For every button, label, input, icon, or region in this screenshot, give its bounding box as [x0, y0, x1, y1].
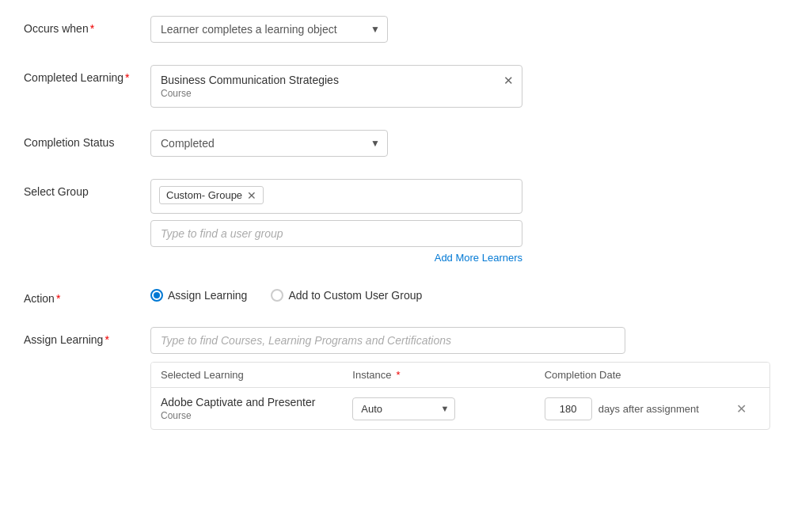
days-after-label: days after assignment [598, 403, 699, 415]
learning-item-name: Adobe Captivate and Presenter [161, 396, 352, 408]
action-label: Action* [24, 286, 150, 305]
completed-learning-box: Business Communication Strategies Course… [150, 65, 522, 108]
learning-item-info: Adobe Captivate and Presenter Course [161, 396, 352, 421]
completion-status-control: Completed ▼ [150, 130, 770, 157]
action-radio-group: Assign Learning Add to Custom User Group [150, 286, 770, 302]
group-tag-box: Custom- Groupe ✕ [150, 179, 522, 214]
group-tag: Custom- Groupe ✕ [159, 186, 264, 204]
group-tag-remove-icon[interactable]: ✕ [247, 190, 256, 201]
header-action-col [736, 369, 760, 381]
instance-col: Auto Default ▼ [352, 397, 544, 420]
learning-table: Selected Learning Instance* Completion D… [150, 362, 770, 430]
action-control: Assign Learning Add to Custom User Group [150, 286, 770, 302]
select-group-row: Select Group Custom- Groupe ✕ Add More L… [24, 179, 770, 264]
learning-table-header: Selected Learning Instance* Completion D… [151, 363, 769, 388]
select-group-control: Custom- Groupe ✕ Add More Learners [150, 179, 770, 264]
days-input[interactable] [545, 397, 592, 420]
assign-learning-row: Assign Learning* Selected Learning Insta… [24, 327, 770, 430]
action-add-custom-group-radio[interactable] [271, 289, 283, 302]
completed-learning-type: Course [161, 88, 498, 99]
completed-learning-label: Completed Learning* [24, 65, 150, 84]
header-selected-learning: Selected Learning [161, 369, 352, 381]
instance-select[interactable]: Auto Default [352, 397, 455, 420]
add-more-learners-link[interactable]: Add More Learners [150, 252, 522, 264]
learning-item-type: Course [161, 410, 352, 421]
completed-learning-remove-icon[interactable]: ✕ [503, 74, 514, 88]
row-remove-icon[interactable]: ✕ [736, 402, 747, 416]
action-assign-learning-label: Assign Learning [168, 289, 247, 302]
completion-status-label: Completion Status [24, 130, 150, 149]
action-add-custom-group-option[interactable]: Add to Custom User Group [271, 289, 422, 302]
assign-learning-control: Selected Learning Instance* Completion D… [150, 327, 770, 430]
assign-learning-label: Assign Learning* [24, 327, 150, 346]
occurs-when-select[interactable]: Learner completes a learning object [150, 16, 388, 43]
completed-learning-control: Business Communication Strategies Course… [150, 65, 770, 108]
completed-learning-row: Completed Learning* Business Communicati… [24, 65, 770, 108]
occurs-when-control: Learner completes a learning object ▼ [150, 16, 770, 43]
row-action-col: ✕ [736, 401, 760, 416]
header-completion-date: Completion Date [545, 369, 736, 381]
action-assign-learning-option[interactable]: Assign Learning [150, 289, 247, 302]
completion-date-wrap: days after assignment [545, 397, 736, 420]
action-add-custom-group-label: Add to Custom User Group [288, 289, 422, 302]
occurs-when-label: Occurs when* [24, 16, 150, 35]
completion-status-select[interactable]: Completed [150, 130, 388, 157]
instance-select-wrapper: Auto Default ▼ [352, 397, 455, 420]
group-tag-label: Custom- Groupe [166, 189, 242, 201]
action-row: Action* Assign Learning Add to Custom Us… [24, 286, 770, 305]
occurs-when-row: Occurs when* Learner completes a learnin… [24, 16, 770, 43]
completion-status-select-wrapper: Completed ▼ [150, 130, 388, 157]
assign-learning-search-input[interactable] [150, 327, 625, 354]
select-group-label: Select Group [24, 179, 150, 198]
group-search-input[interactable] [150, 220, 522, 247]
action-assign-learning-radio[interactable] [150, 289, 163, 302]
completed-learning-title: Business Communication Strategies [161, 74, 498, 86]
completion-date-col: days after assignment [545, 397, 736, 420]
completion-status-row: Completion Status Completed ▼ [24, 130, 770, 157]
table-row: Adobe Captivate and Presenter Course Aut… [151, 388, 769, 429]
header-instance: Instance* [352, 369, 544, 381]
occurs-when-select-wrapper: Learner completes a learning object ▼ [150, 16, 388, 43]
